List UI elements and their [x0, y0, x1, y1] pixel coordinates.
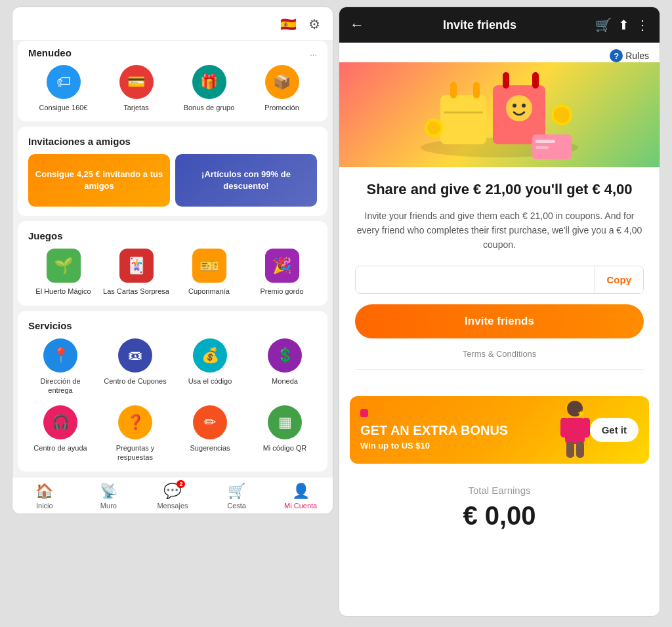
cupones-label: Centro de Cupones [104, 376, 166, 386]
invite-banners: Consigue 4,25 € invitando a tus amigos ¡… [28, 154, 317, 207]
svg-rect-21 [582, 418, 590, 437]
service-item-codigo[interactable]: 💰 Usa el código [178, 338, 242, 395]
preguntas-icon: ❓ [118, 405, 152, 439]
qr-label: Mi código QR [263, 443, 307, 453]
preguntas-label: Preguntas y respuestas [103, 443, 167, 462]
invite-banner-orange[interactable]: Consigue 4,25 € invitando a tus amigos [28, 154, 170, 207]
promo-title: Share and give € 21,00 you'll get € 4,00 [355, 180, 644, 199]
svg-rect-1 [440, 95, 486, 144]
game-item-cupon[interactable]: 🎫 Cuponmanía [174, 249, 244, 296]
gear-icon[interactable]: ⚙ [305, 15, 324, 33]
servicios-title: Servicios [28, 320, 72, 331]
svg-text:★: ★ [577, 408, 585, 418]
promo-image-inner [401, 69, 598, 161]
nav-item-micuenta[interactable]: 👤 Mi Cuenta [268, 483, 333, 510]
juegos-section: Juegos 🌱 El Huerto Mágico 🃏 Las Cartas S… [18, 221, 327, 305]
mensajes-badge: 2 [177, 480, 185, 488]
servicios-section: Servicios 📍 Dirección de entrega 🎟 Centr… [18, 311, 327, 472]
nav-label-micuenta: Mi Cuenta [284, 502, 317, 510]
earnings-section: Total Earnings € 0,00 [339, 474, 660, 541]
section-title-row: Menudeo ... [28, 47, 317, 58]
service-item-qr[interactable]: ▦ Mi código QR [253, 405, 317, 462]
icon-item-bonus[interactable]: 🎁 Bonus de grupo [174, 65, 244, 112]
share-icon[interactable]: ⬆ [618, 17, 629, 33]
nav-item-cesta[interactable]: 🛒 Cesta [205, 483, 269, 510]
service-item-direccion[interactable]: 📍 Dirección de entrega [28, 338, 93, 395]
svg-rect-16 [536, 140, 555, 143]
nav-label-cesta: Cesta [227, 502, 246, 510]
icon-item-promocion[interactable]: 📦 Promoción [247, 65, 317, 112]
game-item-huerto[interactable]: 🌱 El Huerto Mágico [28, 249, 98, 296]
terms-conditions[interactable]: Terms & Conditions [355, 349, 644, 370]
rules-label[interactable]: Rules [625, 51, 649, 61]
cesta-icon: 🛒 [228, 483, 245, 500]
promocion-icon: 📦 [265, 65, 299, 99]
earnings-value: € 0,00 [355, 501, 644, 531]
copy-button[interactable]: Copy [595, 266, 644, 293]
bonus-banner: GET AN EXTRA BONUS Win up to US $10 ★ [350, 396, 649, 464]
header-icons: 🛒 ⬆ ⋮ [595, 17, 649, 33]
direccion-icon: 📍 [43, 338, 77, 373]
service-item-sugerencias[interactable]: ✏ Sugerencias [178, 405, 242, 462]
nav-label-muro: Muro [100, 502, 117, 510]
icon-item-consigue[interactable]: 🏷 Consigue 160€ [28, 65, 98, 112]
svg-point-14 [554, 107, 570, 123]
cupon-icon: 🎫 [192, 249, 226, 283]
menudeo-more[interactable]: ... [310, 48, 317, 58]
right-header: ← Invite friends 🛒 ⬆ ⋮ [339, 7, 660, 43]
bonus-dot [360, 409, 368, 417]
promo-subtitle: Invite your friends and give them each €… [355, 209, 644, 253]
menudeo-title: Menudeo [28, 47, 72, 58]
flag-icon[interactable]: 🇪🇸 [278, 14, 299, 35]
svg-point-8 [506, 95, 532, 121]
service-item-moneda[interactable]: 💲 Moneda [253, 338, 317, 395]
svg-rect-2 [450, 82, 457, 98]
top-icon-grid: 🏷 Consigue 160€ 💳 Tarjetas 🎁 Bonus de gr… [28, 65, 317, 112]
premio-label: Premio gordo [260, 287, 303, 296]
cart-icon[interactable]: 🛒 [595, 17, 612, 33]
invite-banner-blue-text: ¡Artículos con 99% de descuento! [182, 169, 310, 192]
nav-item-inicio[interactable]: 🏠 Inicio [12, 483, 77, 510]
invite-banner-blue[interactable]: ¡Artículos con 99% de descuento! [175, 154, 317, 207]
muro-icon: 📡 [100, 483, 117, 500]
nav-item-mensajes[interactable]: 💬2 Mensajes [140, 483, 205, 510]
codigo-icon: 💰 [193, 338, 227, 373]
referral-code-input[interactable] [356, 266, 595, 293]
service-grid: 📍 Dirección de entrega 🎟 Centro de Cupon… [28, 338, 317, 462]
nav-item-muro[interactable]: 📡 Muro [77, 483, 141, 510]
invite-friends-button[interactable]: Invite friends [355, 304, 644, 338]
game-item-cartas[interactable]: 🃏 Las Cartas Sorpresa [101, 249, 171, 296]
game-item-premio[interactable]: 🎉 Premio gordo [247, 249, 317, 296]
svg-rect-22 [566, 441, 574, 458]
bonus-icon: 🎁 [192, 65, 226, 99]
promocion-label: Promoción [264, 103, 299, 112]
service-item-ayuda[interactable]: 🎧 Centro de ayuda [28, 405, 93, 462]
bonus-subtitle: Win up to US $10 [360, 441, 590, 451]
svg-rect-4 [444, 111, 483, 113]
promo-illustration [401, 69, 598, 161]
left-content: Menudeo ... 🏷 Consigue 160€ 💳 Tarjetas 🎁… [12, 41, 333, 477]
invitations-title: Invitaciones a amigos [28, 136, 131, 147]
svg-rect-3 [473, 82, 480, 98]
left-header: 🇪🇸 ⚙ [12, 7, 333, 41]
bonus-label: Bonus de grupo [184, 103, 235, 112]
service-item-preguntas[interactable]: ❓ Preguntas y respuestas [103, 405, 167, 462]
nav-label-inicio: Inicio [36, 502, 53, 510]
copy-row: Copy [355, 266, 644, 294]
ayuda-icon: 🎧 [43, 405, 77, 439]
service-item-cupones[interactable]: 🎟 Centro de Cupones [103, 338, 167, 395]
promo-image [339, 62, 660, 167]
more-icon[interactable]: ⋮ [636, 17, 649, 33]
rules-row: ? Rules [339, 43, 660, 62]
invitations-section: Invitaciones a amigos Consigue 4,25 € in… [18, 127, 327, 216]
cupon-label: Cuponmanía [188, 287, 230, 296]
icon-item-tarjetas[interactable]: 💳 Tarjetas [101, 65, 171, 112]
tarjetas-icon: 💳 [119, 65, 154, 99]
direccion-label: Dirección de entrega [28, 376, 93, 395]
home-icon: 🏠 [35, 483, 53, 500]
get-it-button[interactable]: Get it [590, 418, 639, 442]
svg-rect-17 [536, 146, 549, 149]
back-arrow-icon[interactable]: ← [350, 16, 364, 33]
right-content: ? Rules [339, 43, 660, 616]
bonus-left: GET AN EXTRA BONUS Win up to US $10 [360, 409, 590, 451]
